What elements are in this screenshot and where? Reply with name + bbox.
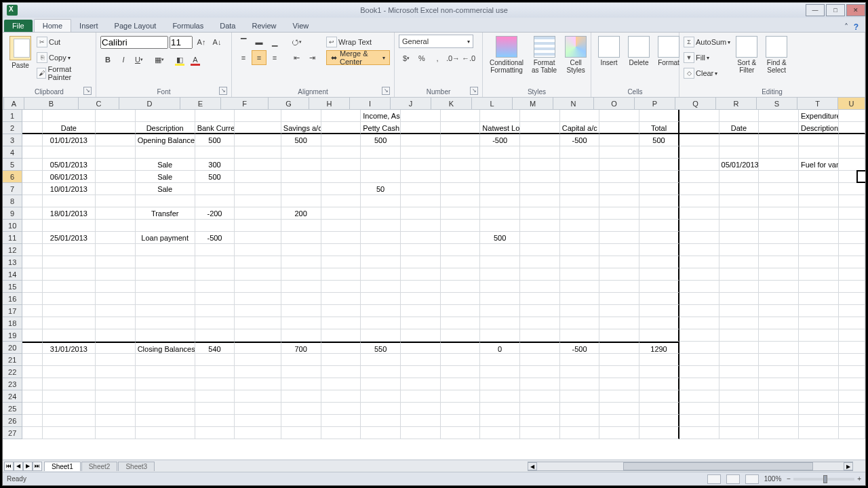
cell[interactable] [22, 342, 42, 354]
cell[interactable] [43, 110, 96, 122]
cell[interactable] [719, 427, 760, 439]
sheet-nav-first-icon[interactable]: ⏮ [4, 462, 14, 471]
cell[interactable] [799, 342, 839, 354]
clipboard-dialog-icon[interactable]: ↘ [83, 87, 92, 95]
cell[interactable] [719, 232, 760, 244]
cell[interactable] [759, 195, 799, 207]
cell[interactable] [235, 146, 281, 159]
cell[interactable] [719, 305, 760, 317]
cell[interactable] [195, 378, 235, 390]
cell[interactable] [520, 122, 560, 134]
sheet-tab-1[interactable]: Sheet1 [44, 462, 81, 471]
cell[interactable] [560, 220, 600, 232]
cell[interactable] [679, 281, 719, 293]
italic-button[interactable]: I [116, 52, 131, 67]
cell[interactable] [520, 281, 560, 293]
cell[interactable] [281, 146, 321, 159]
cell[interactable] [195, 183, 235, 195]
cell[interactable] [719, 390, 760, 403]
zoom-out-icon[interactable]: − [787, 475, 791, 483]
col-header-A[interactable]: A [4, 98, 24, 109]
cell[interactable] [759, 366, 799, 378]
increase-indent-button[interactable]: ⇥ [304, 50, 319, 65]
col-header-K[interactable]: K [431, 98, 472, 109]
cell[interactable]: 18/01/2013 [43, 207, 96, 220]
cell[interactable] [441, 146, 481, 159]
cell[interactable] [839, 171, 865, 183]
cell[interactable] [520, 256, 560, 268]
cell[interactable] [759, 171, 799, 183]
cell[interactable] [480, 220, 520, 232]
format-as-table-button[interactable]: Format as Table [529, 35, 559, 75]
cell[interactable] [43, 415, 96, 427]
cell[interactable] [639, 293, 679, 305]
row-header[interactable]: 1 [3, 110, 22, 122]
cell[interactable] [235, 171, 281, 183]
cell[interactable] [43, 329, 96, 342]
cell[interactable] [679, 268, 719, 281]
cell[interactable] [839, 122, 865, 134]
cell[interactable] [195, 403, 235, 415]
cell[interactable] [520, 207, 560, 220]
cell[interactable] [639, 366, 679, 378]
cell[interactable] [43, 403, 96, 415]
cell[interactable] [401, 378, 441, 390]
cell[interactable] [639, 268, 679, 281]
cell[interactable] [361, 305, 401, 317]
cell[interactable] [560, 281, 600, 293]
cell[interactable] [799, 305, 839, 317]
row-header[interactable]: 12 [3, 244, 22, 256]
cell[interactable] [361, 195, 401, 207]
cell[interactable] [839, 329, 865, 342]
cell[interactable] [195, 317, 235, 329]
cell[interactable] [401, 232, 441, 244]
cell[interactable] [520, 403, 560, 415]
cell[interactable] [361, 366, 401, 378]
cell[interactable] [136, 110, 195, 122]
cell[interactable] [679, 183, 719, 195]
cell[interactable] [321, 122, 361, 134]
cell[interactable] [321, 171, 361, 183]
cell[interactable] [321, 390, 361, 403]
cell[interactable] [520, 268, 560, 281]
cell[interactable] [799, 329, 839, 342]
cell[interactable] [599, 329, 639, 342]
cell-styles-button[interactable]: Cell Styles [562, 35, 589, 75]
cell[interactable]: Savings a/c [281, 122, 321, 134]
cell[interactable] [679, 342, 719, 354]
cell[interactable] [136, 244, 195, 256]
cell[interactable] [136, 195, 195, 207]
col-header-I[interactable]: I [350, 98, 391, 109]
cell[interactable]: 05/01/2013 [43, 159, 96, 171]
row-header[interactable]: 17 [3, 305, 22, 317]
cell[interactable]: Date [43, 122, 96, 134]
cell[interactable] [43, 378, 96, 390]
cell[interactable] [441, 342, 481, 354]
col-header-M[interactable]: M [513, 98, 553, 109]
cell[interactable] [679, 390, 719, 403]
cell[interactable] [599, 195, 639, 207]
maximize-button[interactable]: □ [826, 4, 845, 16]
format-painter-button[interactable]: 🖌Format Painter [37, 66, 92, 81]
cell[interactable] [401, 390, 441, 403]
cell[interactable] [361, 159, 401, 171]
cell[interactable] [43, 317, 96, 329]
cell[interactable] [839, 268, 865, 281]
col-header-C[interactable]: C [79, 98, 119, 109]
cell[interactable] [520, 110, 560, 122]
col-header-T[interactable]: T [797, 98, 838, 109]
cell[interactable] [520, 195, 560, 207]
cell[interactable] [560, 378, 600, 390]
cell[interactable] [136, 317, 195, 329]
font-size-input[interactable] [170, 36, 193, 49]
cell[interactable] [599, 378, 639, 390]
cell[interactable] [719, 415, 760, 427]
cell[interactable] [719, 268, 760, 281]
cell[interactable] [480, 293, 520, 305]
cell[interactable] [321, 134, 361, 146]
cell[interactable] [480, 110, 520, 122]
cell[interactable] [281, 317, 321, 329]
cell[interactable] [679, 317, 719, 329]
cell[interactable] [96, 378, 136, 390]
increase-font-icon[interactable]: A↑ [194, 35, 209, 49]
